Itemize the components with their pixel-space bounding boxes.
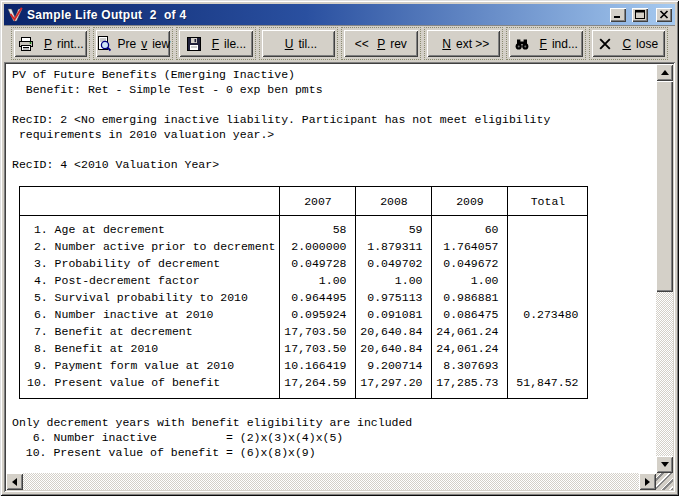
table-cell [508, 289, 588, 306]
minimize-icon [613, 7, 623, 22]
report-benefit-line: Benefit: Ret - Simple Test - 0 exp ben p… [12, 82, 656, 97]
scroll-right-button[interactable] [639, 473, 656, 490]
table-cell: 9.200714 [356, 357, 432, 374]
table-row: 4. Post-decrement factor 1.00 1.00 1.00 [20, 272, 588, 289]
table-cell: 17,285.73 [432, 374, 508, 399]
table-cell: 51,847.52 [508, 374, 588, 399]
x-icon [598, 37, 612, 51]
table-cell: 0.986881 [432, 289, 508, 306]
table-cell: 17,703.50 [280, 323, 356, 340]
row-label: 10. Present value of benefit [20, 374, 280, 399]
table-cell: 20,640.84 [356, 340, 432, 357]
footnote-line: Only decrement years with benefit eligib… [12, 415, 656, 430]
table-cell [508, 272, 588, 289]
footnote-line: 10. Present value of benefit = (6)x(8)x(… [12, 445, 656, 460]
col-header-blank [20, 187, 280, 216]
table-cell: 17,264.59 [280, 374, 356, 399]
scroll-down-button[interactable] [656, 456, 673, 473]
table-cell: 0.095924 [280, 306, 356, 323]
next-button[interactable]: Next >> [427, 30, 500, 57]
table-cell: 0.975113 [356, 289, 432, 306]
table-header-row: 2007 2008 2009 Total [20, 187, 588, 216]
table-cell: 0.091081 [356, 306, 432, 323]
vertical-scrollbar[interactable] [656, 64, 673, 473]
maximize-button[interactable] [632, 8, 648, 22]
arrow-right-icon [645, 478, 650, 486]
printer-icon [18, 36, 34, 52]
table-row: 6. Number inactive at 2010 0.095924 0.09… [20, 306, 588, 323]
recid-2-line-cont: requirements in 2010 valuation year.> [12, 127, 656, 142]
table-row: 2. Number active prior to decrement 2.00… [20, 238, 588, 255]
table-cell: 24,061.24 [432, 323, 508, 340]
table-row: 7. Benefit at decrement 17,703.50 20,640… [20, 323, 588, 340]
table-cell: 0.049728 [280, 255, 356, 272]
table-cell: 20,640.84 [356, 323, 432, 340]
col-header-2007: 2007 [280, 187, 356, 216]
table-cell: 0.273480 [508, 306, 588, 323]
find-button[interactable]: Find... [509, 30, 582, 57]
table-cell: 10.166419 [280, 357, 356, 374]
prev-button[interactable]: << Prev [344, 30, 417, 57]
table-cell: 1.00 [356, 272, 432, 289]
table-cell: 1.00 [280, 272, 356, 289]
table-row: 10. Present value of benefit 17,264.59 1… [20, 374, 588, 399]
table-cell [508, 323, 588, 340]
table-cell: 58 [280, 216, 356, 239]
table-cell: 59 [356, 216, 432, 239]
preview-button[interactable]: Preview [96, 30, 170, 57]
horizontal-scrollbar[interactable] [6, 473, 656, 490]
report-title-line: PV of Future Benefits (Emerging Inactive… [12, 67, 656, 82]
app-logo-icon [7, 7, 23, 23]
util-button[interactable]: Util... [262, 30, 335, 57]
report-pane: PV of Future Benefits (Emerging Inactive… [4, 62, 675, 492]
toolbar: Print... Preview [4, 25, 675, 62]
table-cell: 17,703.50 [280, 340, 356, 357]
table-cell: 0.086475 [432, 306, 508, 323]
table-cell [508, 357, 588, 374]
table-cell: 0.049672 [432, 255, 508, 272]
row-label: 3. Probability of decrement [20, 255, 280, 272]
titlebar[interactable]: Sample Life Output 2 of 4 [4, 4, 675, 25]
col-header-2009: 2009 [432, 187, 508, 216]
minimize-button[interactable] [610, 8, 626, 22]
arrow-down-icon [661, 462, 669, 467]
floppy-icon [186, 36, 202, 52]
row-label: 7. Benefit at decrement [20, 323, 280, 340]
table-cell [508, 340, 588, 357]
table-row: 5. Survival probability to 2010 0.964495… [20, 289, 588, 306]
resize-grip[interactable] [656, 473, 673, 490]
table-cell [508, 238, 588, 255]
scroll-up-button[interactable] [656, 64, 673, 81]
report-view: PV of Future Benefits (Emerging Inactive… [6, 64, 656, 473]
maximize-icon [635, 7, 645, 22]
table-cell [508, 255, 588, 272]
scroll-left-button[interactable] [6, 473, 23, 490]
row-label: 1. Age at decrement [20, 216, 280, 239]
file-button[interactable]: File... [179, 30, 252, 57]
benefit-table: 2007 2008 2009 Total 1. Age at decrement… [19, 186, 588, 399]
print-button[interactable]: Print... [14, 30, 87, 57]
close-window-button[interactable] [656, 8, 672, 22]
table-row: 1. Age at decrement 58 59 60 [20, 216, 588, 239]
table-cell: 1.764057 [432, 238, 508, 255]
recid-4-line: RecID: 4 <2010 Valuation Year> [12, 157, 656, 172]
col-header-2008: 2008 [356, 187, 432, 216]
binoculars-icon [514, 36, 530, 52]
table-row: 8. Benefit at 2010 17,703.50 20,640.84 2… [20, 340, 588, 357]
recid-2-line: RecID: 2 <No emerging inactive liability… [12, 112, 656, 127]
arrow-left-icon [12, 478, 17, 486]
row-label: 6. Number inactive at 2010 [20, 306, 280, 323]
table-cell: 60 [432, 216, 508, 239]
table-row: 9. Payment form value at 2010 10.166419 … [20, 357, 588, 374]
close-button[interactable]: Close [592, 30, 665, 57]
table-cell: 1.00 [432, 272, 508, 289]
window-title: Sample Life Output 2 of 4 [27, 8, 604, 22]
app-window: Sample Life Output 2 of 4 [0, 0, 679, 496]
table-cell: 0.964495 [280, 289, 356, 306]
row-label: 5. Survival probability to 2010 [20, 289, 280, 306]
table-cell: 8.307693 [432, 357, 508, 374]
table-cell: 17,297.20 [356, 374, 432, 399]
table-row: 3. Probability of decrement 0.049728 0.0… [20, 255, 588, 272]
footnote-line: 6. Number inactive = (2)x(3)x(4)x(5) [12, 430, 656, 445]
vertical-scroll-thumb[interactable] [656, 81, 673, 292]
